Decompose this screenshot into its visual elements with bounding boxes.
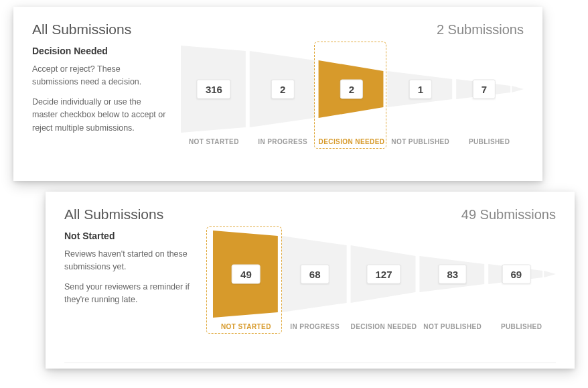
stage-label[interactable]: PUBLISHED [487, 323, 556, 330]
stage-description-text: Accept or reject? These submissions need… [32, 63, 166, 89]
stage-label[interactable]: IN PROGRESS [281, 323, 350, 330]
funnel-chart: 316 2 2 1 7 NOT STARTED IN PROGRESS DECI… [179, 46, 524, 163]
panel-header: All Submissions 2 Submissions [13, 7, 542, 46]
panel-title: All Submissions [32, 21, 131, 38]
stage-description: Not Started Reviews haven't started on t… [64, 231, 198, 348]
stage-label[interactable]: PUBLISHED [455, 138, 524, 145]
funnel-tip-icon [544, 271, 556, 277]
stage-description-title: Not Started [64, 231, 198, 241]
stage-count-badge[interactable]: 68 [301, 265, 329, 284]
stage-count-badge[interactable]: 83 [438, 265, 467, 284]
stage-description-text: Send your reviewers a reminder if they'r… [64, 281, 198, 307]
panel-count: 2 Submissions [437, 22, 524, 38]
stage-count-badge[interactable]: 49 [232, 265, 261, 284]
stage-count-badge[interactable]: 2 [271, 80, 294, 99]
stage-description-text: Decide individually or use the master ch… [32, 96, 166, 135]
panel-body: Not Started Reviews haven't started on t… [46, 231, 575, 359]
stage-description-text: Reviews haven't started on these submiss… [64, 248, 198, 274]
stage-count-badge[interactable]: 2 [340, 80, 363, 99]
panel-title: All Submissions [64, 206, 163, 222]
stage-label[interactable]: NOT PUBLISHED [386, 138, 455, 145]
stage-count-badge[interactable]: 7 [473, 80, 496, 99]
funnel-chart: 49 68 127 83 69 NOT STARTED IN PROGRESS … [212, 231, 556, 348]
divider [64, 363, 556, 363]
stage-count-badge[interactable]: 69 [502, 265, 531, 284]
stage-description-title: Decision Needed [32, 46, 166, 56]
stage-label[interactable]: NOT STARTED [212, 323, 281, 330]
stage-count-badge[interactable]: 316 [197, 80, 231, 99]
stage-label[interactable]: NOT PUBLISHED [418, 323, 487, 330]
stage-labels-row: NOT STARTED IN PROGRESS DECISION NEEDED … [179, 138, 524, 145]
submissions-panel: All Submissions 2 Submissions Decision N… [13, 7, 542, 181]
stage-count-badge[interactable]: 127 [366, 265, 400, 284]
stage-label[interactable]: DECISION NEEDED [350, 323, 419, 330]
panel-count: 49 Submissions [461, 207, 556, 222]
panel-header: All Submissions 49 Submissions [46, 192, 575, 231]
stage-label[interactable]: NOT STARTED [179, 138, 248, 145]
stage-label[interactable]: IN PROGRESS [248, 138, 317, 145]
panel-body: Decision Needed Accept or reject? These … [13, 46, 542, 174]
stage-label[interactable]: DECISION NEEDED [317, 138, 386, 145]
stage-labels-row: NOT STARTED IN PROGRESS DECISION NEEDED … [212, 323, 556, 330]
submissions-panel: All Submissions 49 Submissions Not Start… [46, 192, 575, 369]
funnel-tip-icon [512, 86, 524, 92]
stage-count-badge[interactable]: 1 [409, 80, 432, 99]
stage-description: Decision Needed Accept or reject? These … [32, 46, 166, 163]
